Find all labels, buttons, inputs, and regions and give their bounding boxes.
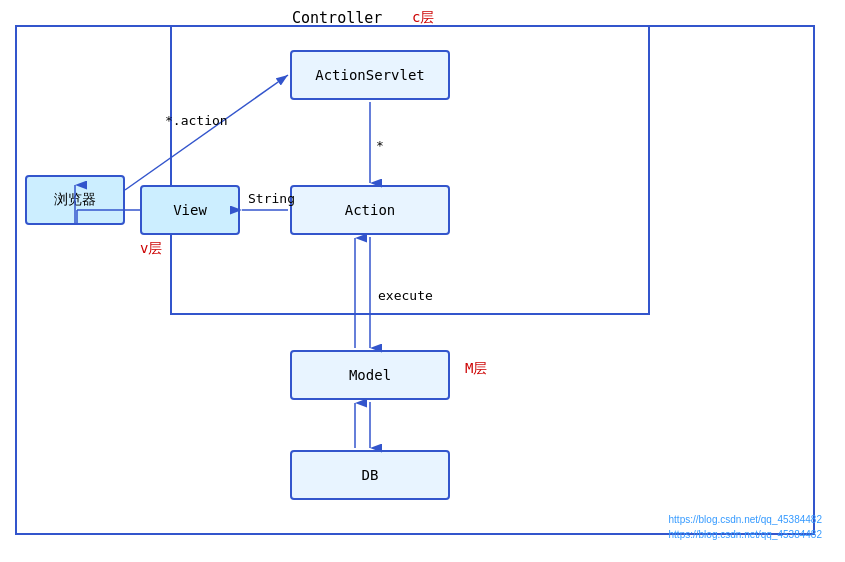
watermark-line1: https://blog.csdn.net/qq_45384482 bbox=[669, 512, 822, 527]
controller-label: Controller bbox=[292, 9, 382, 27]
c-layer-label: c层 bbox=[412, 9, 434, 27]
action-servlet-node: ActionServlet bbox=[290, 50, 450, 100]
browser-node: 浏览器 bbox=[25, 175, 125, 225]
view-node: View bbox=[140, 185, 240, 235]
action-servlet-label: ActionServlet bbox=[315, 67, 425, 83]
diagram-container: Controller c层 浏览器 ActionServlet Action V… bbox=[10, 10, 830, 550]
watermark: https://blog.csdn.net/qq_45384482 https:… bbox=[669, 512, 822, 542]
m-layer-label: M层 bbox=[465, 360, 487, 378]
db-node: DB bbox=[290, 450, 450, 500]
view-label: View bbox=[173, 202, 207, 218]
watermark-line2: https://blog.csdn.net/qq_45384482 bbox=[669, 527, 822, 542]
action-node: Action bbox=[290, 185, 450, 235]
browser-label: 浏览器 bbox=[54, 191, 96, 209]
action-label: Action bbox=[345, 202, 396, 218]
db-label: DB bbox=[362, 467, 379, 483]
v-layer-label: v层 bbox=[140, 240, 162, 258]
model-label: Model bbox=[349, 367, 391, 383]
model-node: Model bbox=[290, 350, 450, 400]
